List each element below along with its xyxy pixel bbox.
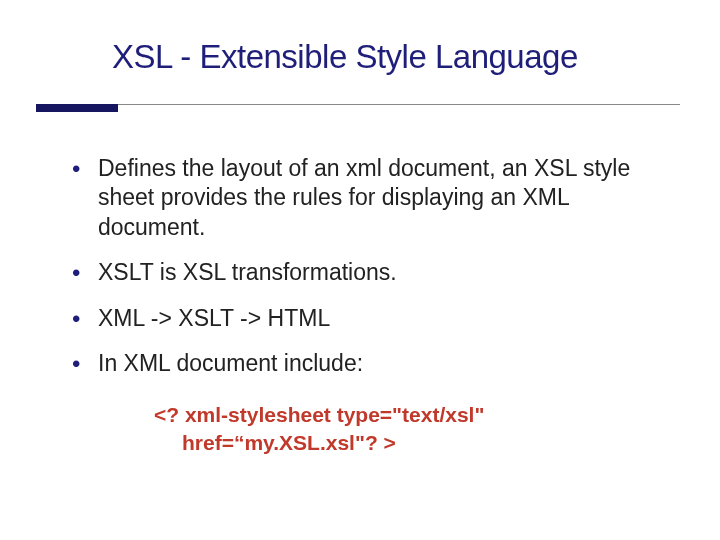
bullet-item: XSLT is XSL transformations. xyxy=(70,258,676,287)
code-line: href=“my.XSL.xsl"? > xyxy=(154,429,676,457)
bullet-item: In XML document include: xyxy=(70,349,676,378)
slide-content: Defines the layout of an xml document, a… xyxy=(0,104,720,457)
slide-title: XSL - Extensible Style Language xyxy=(0,0,720,76)
bullet-item: XML -> XSLT -> HTML xyxy=(70,304,676,333)
code-block: <? xml-stylesheet type="text/xsl" href=“… xyxy=(70,395,676,458)
divider-accent xyxy=(36,104,118,112)
bullet-list: Defines the layout of an xml document, a… xyxy=(70,154,676,379)
slide: XSL - Extensible Style Language Defines … xyxy=(0,0,720,540)
code-line: <? xml-stylesheet type="text/xsl" xyxy=(154,401,676,429)
divider-line xyxy=(36,104,680,105)
bullet-item: Defines the layout of an xml document, a… xyxy=(70,154,676,242)
